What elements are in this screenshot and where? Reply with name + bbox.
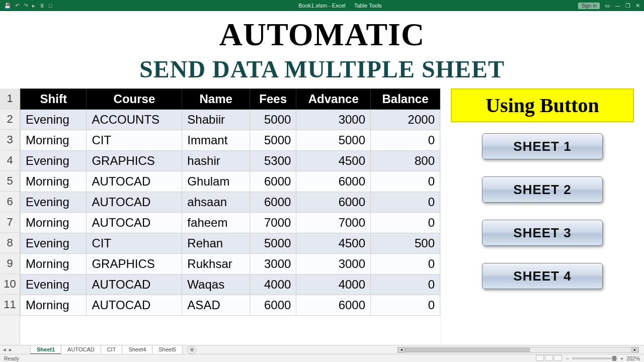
- cell-shift[interactable]: Morning: [21, 130, 87, 151]
- table-row[interactable]: MorningAUTOCADGhulam600060000: [21, 171, 440, 192]
- column-header[interactable]: Advance: [296, 89, 371, 110]
- cell-advance[interactable]: 4500: [296, 233, 371, 254]
- tab-prev-icon[interactable]: ◂: [3, 346, 6, 353]
- macro-button-sheet-3[interactable]: SHEET 3: [482, 220, 603, 246]
- sign-in-button[interactable]: Sign in: [578, 3, 600, 9]
- table-row[interactable]: EveningAUTOCADWaqas400040000: [21, 275, 440, 295]
- table-row[interactable]: MorningCITImmant500050000: [21, 130, 440, 151]
- cell-fees[interactable]: 5000: [250, 130, 296, 151]
- save-icon[interactable]: 💾: [4, 3, 11, 9]
- row-header[interactable]: 10: [0, 274, 20, 295]
- cell-balance[interactable]: 0: [371, 275, 440, 295]
- cell-shift[interactable]: Evening: [21, 151, 87, 171]
- run-icon[interactable]: ▸: [32, 3, 35, 9]
- sheet-tab[interactable]: AUTOCAD: [61, 345, 101, 354]
- scroll-thumb[interactable]: [405, 348, 530, 352]
- cell-balance[interactable]: 0: [371, 130, 440, 151]
- row-header[interactable]: 4: [0, 150, 20, 171]
- cell-name[interactable]: Waqas: [182, 275, 250, 295]
- cell-shift[interactable]: Morning: [21, 295, 87, 316]
- cell-balance[interactable]: 800: [371, 151, 440, 171]
- cell-balance[interactable]: 0: [371, 192, 440, 213]
- table-row[interactable]: EveningAUTOCADahsaan600060000: [21, 192, 440, 213]
- cell-shift[interactable]: Evening: [21, 110, 87, 130]
- scroll-left-icon[interactable]: ◂: [398, 347, 405, 352]
- cell-advance[interactable]: 3000: [296, 110, 371, 130]
- sheet-tab[interactable]: CIT: [101, 345, 123, 354]
- table-row[interactable]: MorningGRAPHICSRukhsar300030000: [21, 254, 440, 275]
- ribbon-options-icon[interactable]: ▭: [605, 3, 610, 9]
- row-header[interactable]: 1: [0, 88, 20, 109]
- table-row[interactable]: EveningACCOUNTSShabiir500030002000: [21, 110, 440, 130]
- column-header[interactable]: Course: [87, 89, 182, 110]
- row-header[interactable]: 8: [0, 233, 20, 253]
- cell-advance[interactable]: 7000: [296, 213, 371, 233]
- cell-balance[interactable]: 0: [371, 213, 440, 233]
- cell-fees[interactable]: 4000: [250, 275, 296, 295]
- macro-button-sheet-4[interactable]: SHEET 4: [482, 263, 603, 289]
- scroll-right-icon[interactable]: ▸: [631, 347, 638, 352]
- cell-name[interactable]: Ghulam: [182, 171, 250, 192]
- cell-course[interactable]: AUTOCAD: [87, 295, 182, 316]
- cell-advance[interactable]: 6000: [296, 192, 371, 213]
- undo-icon[interactable]: ↶: [15, 3, 20, 9]
- cell-course[interactable]: CIT: [87, 233, 182, 254]
- cell-name[interactable]: ahsaan: [182, 192, 250, 213]
- cell-fees[interactable]: 6000: [250, 295, 296, 316]
- cell-balance[interactable]: 0: [371, 171, 440, 192]
- cell-name[interactable]: Immant: [182, 130, 250, 151]
- column-header[interactable]: Name: [182, 89, 250, 110]
- cell-course[interactable]: AUTOCAD: [87, 171, 182, 192]
- cell-fees[interactable]: 5000: [250, 233, 296, 254]
- cell-course[interactable]: GRAPHICS: [87, 254, 182, 275]
- cell-shift[interactable]: Morning: [21, 254, 87, 275]
- pause-icon[interactable]: ⏸: [39, 3, 45, 9]
- close-icon[interactable]: ✕: [635, 3, 640, 9]
- cell-name[interactable]: Shabiir: [182, 110, 250, 130]
- row-header[interactable]: 2: [0, 109, 20, 130]
- row-header[interactable]: 9: [0, 253, 20, 274]
- cell-fees[interactable]: 7000: [250, 213, 296, 233]
- cell-balance[interactable]: 0: [371, 295, 440, 316]
- cell-course[interactable]: AUTOCAD: [87, 213, 182, 233]
- zoom-slider[interactable]: [572, 357, 617, 359]
- cell-advance[interactable]: 3000: [296, 254, 371, 275]
- cell-course[interactable]: AUTOCAD: [87, 275, 182, 295]
- row-header[interactable]: 6: [0, 192, 20, 212]
- cell-course[interactable]: GRAPHICS: [87, 151, 182, 171]
- cell-fees[interactable]: 5300: [250, 151, 296, 171]
- cell-advance[interactable]: 4000: [296, 275, 371, 295]
- cell-fees[interactable]: 6000: [250, 192, 296, 213]
- sheet-tab[interactable]: Sheet1: [30, 345, 61, 354]
- table-row[interactable]: MorningAUTOCADASAD600060000: [21, 295, 440, 316]
- row-header[interactable]: 11: [0, 295, 20, 315]
- column-header[interactable]: Balance: [371, 89, 440, 110]
- cell-shift[interactable]: Morning: [21, 213, 87, 233]
- cell-shift[interactable]: Evening: [21, 192, 87, 213]
- cell-balance[interactable]: 2000: [371, 110, 440, 130]
- row-header[interactable]: 7: [0, 212, 20, 233]
- tab-next-icon[interactable]: ▸: [9, 346, 12, 353]
- cell-shift[interactable]: Evening: [21, 275, 87, 295]
- cell-course[interactable]: AUTOCAD: [87, 192, 182, 213]
- cell-name[interactable]: ASAD: [182, 295, 250, 316]
- view-buttons[interactable]: [536, 355, 563, 362]
- cell-advance[interactable]: 6000: [296, 171, 371, 192]
- scroll-track[interactable]: [405, 348, 631, 352]
- cell-shift[interactable]: Evening: [21, 233, 87, 254]
- sheet-tab[interactable]: Sheet5: [152, 345, 183, 354]
- cell-shift[interactable]: Morning: [21, 171, 87, 192]
- table-row[interactable]: EveningGRAPHICShashir53004500800: [21, 151, 440, 171]
- cell-advance[interactable]: 4500: [296, 151, 371, 171]
- new-sheet-button[interactable]: ⊕: [187, 346, 196, 354]
- maximize-icon[interactable]: ❐: [625, 3, 630, 9]
- row-header[interactable]: 5: [0, 171, 20, 192]
- cell-name[interactable]: Rukhsar: [182, 254, 250, 275]
- cell-name[interactable]: hashir: [182, 151, 250, 171]
- cell-balance[interactable]: 0: [371, 254, 440, 275]
- sheet-tab[interactable]: Sheet4: [122, 345, 152, 354]
- cell-fees[interactable]: 5000: [250, 110, 296, 130]
- data-table[interactable]: ShiftCourseNameFeesAdvanceBalance Evenin…: [20, 88, 440, 316]
- cell-fees[interactable]: 3000: [250, 254, 296, 275]
- cell-advance[interactable]: 6000: [296, 295, 371, 316]
